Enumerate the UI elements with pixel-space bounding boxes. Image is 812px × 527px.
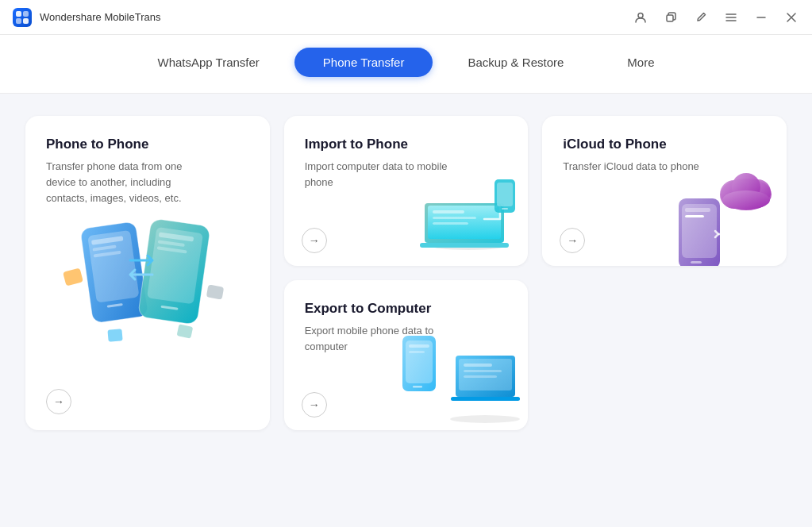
svg-rect-3	[23, 18, 29, 24]
svg-rect-47	[409, 344, 429, 348]
svg-rect-5	[667, 15, 673, 21]
tab-more[interactable]: More	[598, 48, 683, 77]
title-bar-left: Wondershare MobileTrans	[13, 8, 160, 27]
minimize-button[interactable]	[753, 10, 769, 25]
svg-point-4	[638, 13, 643, 17]
svg-rect-54	[451, 397, 520, 401]
card-import-title: Import to Phone	[305, 137, 508, 152]
card-phone-to-phone[interactable]: Phone to Phone Transfer phone data from …	[25, 116, 270, 430]
duplicate-button[interactable]	[663, 10, 679, 25]
main-content: Phone to Phone Transfer phone data from …	[0, 94, 812, 522]
svg-rect-52	[464, 370, 502, 372]
tab-whatsapp[interactable]: WhatsApp Transfer	[129, 48, 287, 77]
svg-rect-28	[433, 217, 476, 219]
svg-rect-22	[107, 329, 122, 343]
icloud-illustration	[671, 155, 782, 258]
card-icloud-title: iCloud to Phone	[563, 137, 766, 152]
app-title: Wondershare MobileTrans	[40, 11, 160, 23]
svg-rect-35	[682, 204, 717, 258]
svg-rect-37	[685, 208, 710, 212]
svg-rect-32	[497, 183, 513, 206]
svg-rect-21	[206, 285, 224, 300]
svg-rect-30	[420, 243, 509, 248]
svg-rect-27	[433, 210, 464, 213]
svg-point-43	[722, 190, 770, 210]
close-button[interactable]	[783, 10, 799, 25]
svg-rect-29	[433, 222, 468, 225]
nav-bar: WhatsApp Transfer Phone Transfer Backup …	[0, 35, 812, 94]
card-icloud-to-phone[interactable]: iCloud to Phone Transfer iCloud data to …	[542, 116, 787, 266]
card-import-arrow[interactable]: →	[302, 228, 327, 253]
import-illustration	[409, 160, 520, 255]
svg-rect-51	[464, 364, 492, 367]
svg-rect-36	[691, 261, 702, 264]
edit-button[interactable]	[693, 10, 709, 25]
svg-rect-46	[413, 386, 422, 388]
card-phone-to-phone-title: Phone to Phone	[46, 137, 249, 152]
svg-rect-53	[464, 375, 497, 378]
title-bar: Wondershare MobileTrans	[0, 0, 812, 35]
card-import-to-phone[interactable]: Import to Phone Import computer data to …	[284, 116, 529, 266]
card-phone-to-phone-desc: Transfer phone data from one device to a…	[46, 159, 205, 206]
account-button[interactable]	[633, 10, 648, 25]
app-icon	[13, 8, 32, 27]
svg-rect-1	[23, 11, 29, 17]
menu-button[interactable]	[723, 10, 739, 25]
svg-rect-48	[409, 351, 425, 353]
card-export-to-computer[interactable]: Export to Computer Export mobile phone d…	[284, 280, 529, 430]
svg-rect-38	[685, 215, 704, 217]
tab-phone[interactable]: Phone Transfer	[294, 48, 433, 77]
card-export-arrow[interactable]: →	[302, 392, 327, 417]
svg-rect-33	[502, 208, 508, 210]
svg-rect-2	[16, 18, 21, 24]
tab-backup[interactable]: Backup & Restore	[439, 48, 592, 77]
svg-rect-20	[63, 268, 83, 287]
export-illustration	[398, 312, 521, 423]
phone-to-phone-illustration	[60, 206, 235, 373]
window-controls	[633, 10, 799, 25]
svg-point-55	[450, 415, 520, 423]
card-icloud-arrow[interactable]: →	[560, 228, 585, 253]
svg-rect-0	[16, 11, 21, 17]
svg-rect-23	[176, 325, 193, 339]
